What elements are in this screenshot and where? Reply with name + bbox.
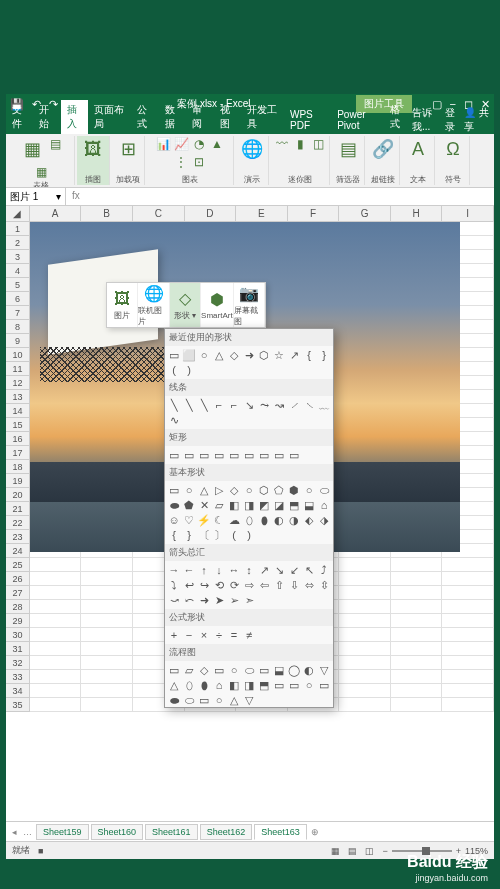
shape-option[interactable]: ⬓ [272,663,286,677]
shape-option[interactable]: ⬟ [182,498,196,512]
shape-option[interactable]: ○ [302,483,316,497]
cell[interactable] [81,670,133,684]
cell[interactable] [391,586,443,600]
tab-页面布局[interactable]: 页面布局 [88,100,131,134]
cell[interactable] [391,572,443,586]
shape-option[interactable]: ◇ [197,663,211,677]
shape-option[interactable]: ○ [197,348,211,362]
view-normal-icon[interactable]: ▦ [331,846,340,856]
shape-option[interactable]: △ [227,693,241,707]
shape-option[interactable]: △ [167,678,181,692]
shape-option[interactable]: ▭ [317,678,331,692]
cell[interactable] [30,698,82,712]
row-header[interactable]: 24 [6,544,30,558]
shape-option[interactable]: ( [167,363,181,377]
row-header[interactable]: 8 [6,320,30,334]
shape-option[interactable]: ▭ [182,448,196,462]
shape-option[interactable]: + [167,628,181,642]
cell[interactable] [442,656,494,670]
shape-option[interactable]: ⬡ [257,483,271,497]
shape-option[interactable]: ▭ [272,678,286,692]
row-header[interactable]: 1 [6,222,30,236]
shape-option[interactable]: ◇ [227,483,241,497]
shape-option[interactable]: ☺ [167,513,181,527]
shape-option[interactable]: ◑ [287,513,301,527]
tab-WPS PDF[interactable]: WPS PDF [284,106,331,134]
shape-option[interactable]: ⬜ [182,348,196,362]
shape-option[interactable]: ⇩ [287,578,301,592]
shape-option[interactable]: ⬯ [242,513,256,527]
shape-option[interactable]: ⬭ [242,663,256,677]
shape-option[interactable]: ⤺ [182,593,196,607]
cell[interactable] [30,586,82,600]
ribbon-group-addins[interactable]: ⊞ 加载项 [112,136,145,185]
row-header[interactable]: 25 [6,558,30,572]
cell[interactable] [339,698,391,712]
cell[interactable] [442,684,494,698]
shape-option[interactable]: ⤳ [257,398,271,412]
shape-option[interactable]: ⬮ [197,678,211,692]
shape-option[interactable]: ◇ [227,348,241,362]
shape-option[interactable]: ↩ [182,578,196,592]
ribbon-group-illustrations[interactable]: 🖼 插图 [77,136,110,185]
shape-option[interactable]: { [302,348,316,362]
illus-item-4[interactable]: 📷屏幕截图 [234,283,265,327]
shape-option[interactable]: ⤵ [167,578,181,592]
shape-option[interactable]: 〕 [212,528,226,542]
name-box[interactable]: 图片 1▾ [6,188,66,205]
shape-option[interactable]: ♡ [182,513,196,527]
cell[interactable] [391,670,443,684]
shape-option[interactable]: ▭ [212,663,226,677]
shape-option[interactable]: ⟍ [302,398,316,412]
cell[interactable] [339,600,391,614]
row-header[interactable]: 13 [6,390,30,404]
cell[interactable] [391,614,443,628]
row-header[interactable]: 7 [6,306,30,320]
shape-option[interactable]: ○ [212,693,226,707]
shape-option[interactable]: ⇨ [242,578,256,592]
cell[interactable] [339,586,391,600]
cell[interactable] [391,642,443,656]
cell[interactable] [339,558,391,572]
chart-bar-icon[interactable]: 📊 [155,136,171,152]
shape-option[interactable]: ╲ [197,398,211,412]
ribbon-group-text[interactable]: A 文本 [402,136,435,185]
macro-rec-icon[interactable]: ■ [38,846,43,856]
shape-option[interactable]: ↘ [272,563,286,577]
shape-option[interactable]: ▱ [182,663,196,677]
row-header[interactable]: 10 [6,348,30,362]
shape-option[interactable]: = [227,628,241,642]
illustrations-icon[interactable]: 🖼 [80,136,106,162]
shape-option[interactable]: ▭ [197,448,211,462]
sheet-tab-Sheet160[interactable]: Sheet160 [91,824,144,840]
shape-option[interactable]: ↝ [272,398,286,412]
shape-option[interactable]: ◩ [257,498,271,512]
shape-option[interactable]: ➣ [242,593,256,607]
row-header[interactable]: 16 [6,432,30,446]
tab-视图[interactable]: 视图 [214,100,241,134]
chevron-down-icon[interactable]: ▾ [56,191,61,202]
shape-option[interactable]: ⤻ [167,593,181,607]
cell[interactable] [30,684,82,698]
col-header-H[interactable]: H [391,206,443,221]
shape-option[interactable]: ◪ [272,498,286,512]
shape-option[interactable]: ↓ [212,563,226,577]
cell[interactable] [339,614,391,628]
ribbon-group-filters[interactable]: ▤ 筛选器 [332,136,365,185]
shape-option[interactable]: ↔ [227,563,241,577]
cell[interactable] [442,586,494,600]
shape-option[interactable]: } [182,528,196,542]
shape-option[interactable]: ) [242,528,256,542]
shape-option[interactable]: ⬒ [287,498,301,512]
shape-option[interactable]: ⌐ [212,398,226,412]
shape-option[interactable]: ▭ [227,448,241,462]
cell[interactable] [391,628,443,642]
login[interactable]: 登录 [445,106,460,134]
tab-开发工具[interactable]: 开发工具 [241,100,284,134]
shape-option[interactable]: ⬮ [257,513,271,527]
cell[interactable] [339,670,391,684]
shape-option[interactable]: ▽ [242,693,256,707]
row-header[interactable]: 18 [6,460,30,474]
row-header[interactable]: 6 [6,292,30,306]
shape-option[interactable]: ▭ [257,448,271,462]
